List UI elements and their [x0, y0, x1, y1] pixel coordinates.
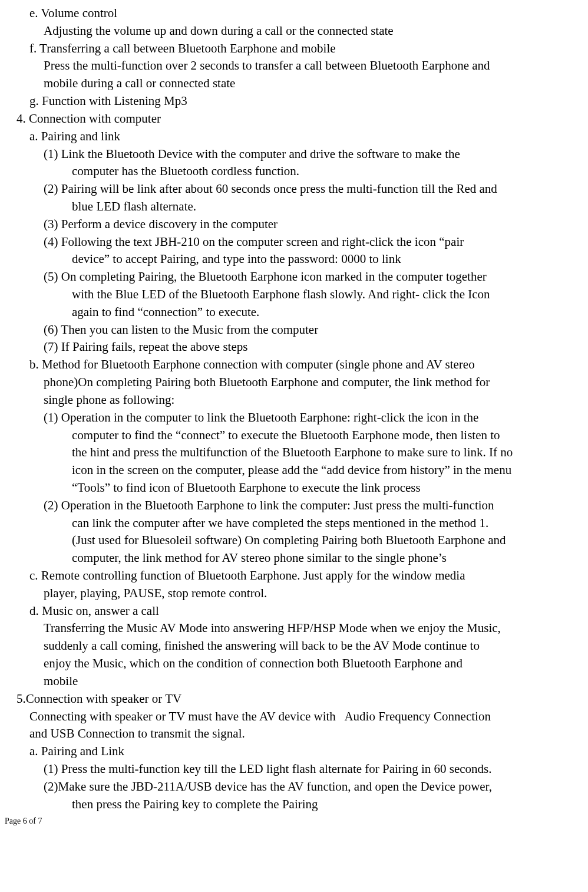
item-4d-line: mobile	[5, 673, 574, 690]
item-4b-line: phone)On completing Pairing both Bluetoo…	[5, 374, 574, 391]
step-4a-5-line: with the Blue LED of the Bluetooth Earph…	[5, 286, 574, 304]
step-5a-2-line: then press the Pairing key to complete t…	[5, 796, 574, 814]
item-4d-line: suddenly a call coming, finished the ans…	[5, 637, 574, 655]
step-4a-3: (3) Perform a device discovery in the co…	[5, 216, 574, 233]
step-4b-1-line: computer to find the “connect” to execut…	[5, 427, 574, 445]
step-4b-2-line: (Just used for Bluesoleil software) On c…	[5, 532, 574, 549]
item-4d-heading: d. Music on, answer a call	[5, 603, 574, 620]
item-4b-line: single phone as following:	[5, 391, 574, 409]
step-4a-5-line: again to find “connection” to execute.	[5, 304, 574, 321]
page-footer: Page 6 of 7	[5, 815, 574, 827]
item-f-body-line: mobile during a call or connected state	[5, 75, 574, 93]
item-5a-heading: a. Pairing and Link	[5, 743, 574, 761]
item-4a-heading: a. Pairing and link	[5, 128, 574, 146]
item-f-body-line: Press the multi-function over 2 seconds …	[5, 57, 574, 75]
section-5-intro-line: and USB Connection to transmit the signa…	[5, 725, 574, 743]
step-4b-1-line: icon in the screen on the computer, plea…	[5, 462, 574, 479]
step-4b-1-line: “Tools” to find icon of Bluetooth Earpho…	[5, 479, 574, 497]
step-5a-1: (1) Press the multi-function key till th…	[5, 761, 574, 778]
step-4a-4-line: (4) Following the text JBH-210 on the co…	[5, 233, 574, 251]
item-e-heading: e. Volume control	[5, 5, 574, 22]
item-g-heading: g. Function with Listening Mp3	[5, 93, 574, 110]
item-4c-line: c. Remote controlling function of Blueto…	[5, 567, 574, 585]
step-4b-2-line: can link the computer after we have comp…	[5, 515, 574, 532]
step-4a-5-line: (5) On completing Pairing, the Bluetooth…	[5, 268, 574, 286]
step-4a-2-line: (2) Pairing will be link after about 60 …	[5, 180, 574, 198]
step-4b-1-line: the hint and press the multifunction of …	[5, 444, 574, 462]
step-4b-2-line: (2) Operation in the Bluetooth Earphone …	[5, 497, 574, 515]
step-4a-6: (6) Then you can listen to the Music fro…	[5, 321, 574, 339]
step-4a-2-line: blue LED flash alternate.	[5, 198, 574, 216]
item-4d-line: enjoy the Music, which on the condition …	[5, 655, 574, 673]
item-f-heading: f. Transferring a call between Bluetooth…	[5, 40, 574, 58]
item-4d-line: Transferring the Music AV Mode into answ…	[5, 620, 574, 637]
item-e-body: Adjusting the volume up and down during …	[5, 22, 574, 40]
step-4a-1-line: computer has the Bluetooth cordless func…	[5, 163, 574, 180]
section-5-heading: 5.Connection with speaker or TV	[5, 690, 574, 708]
step-4b-2-line: computer, the link method for AV stereo …	[5, 549, 574, 567]
step-5a-2-line: (2)Make sure the JBD-211A/USB device has…	[5, 778, 574, 796]
item-4b-line: b. Method for Bluetooth Earphone connect…	[5, 356, 574, 374]
step-4a-7: (7) If Pairing fails, repeat the above s…	[5, 338, 574, 356]
step-4a-1-line: (1) Link the Bluetooth Device with the c…	[5, 146, 574, 163]
section-4-heading: 4. Connection with computer	[5, 110, 574, 128]
step-4b-1-line: (1) Operation in the computer to link th…	[5, 409, 574, 427]
item-4c-line: player, playing, PAUSE, stop remote cont…	[5, 585, 574, 603]
step-4a-4-line: device” to accept Pairing, and type into…	[5, 251, 574, 268]
section-5-intro-line: Connecting with speaker or TV must have …	[5, 708, 574, 726]
